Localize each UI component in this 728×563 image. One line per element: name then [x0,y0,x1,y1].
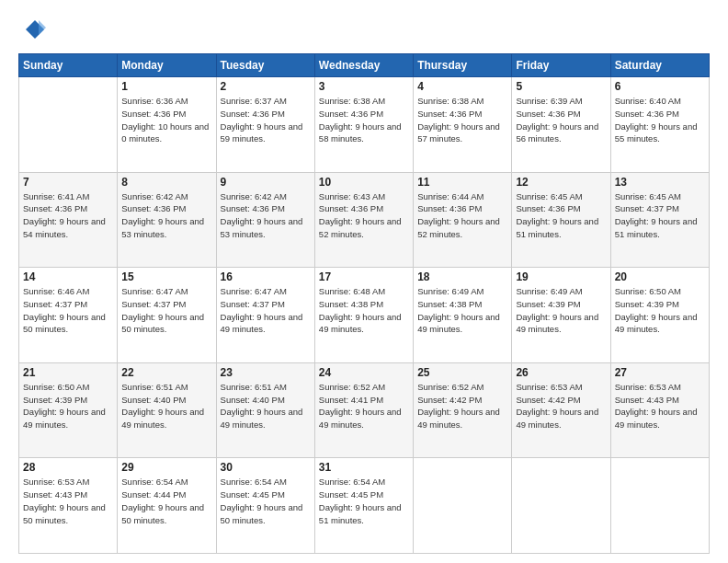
day-number: 27 [615,366,705,379]
day-number: 19 [516,270,606,283]
sunset-text: Sunset: 4:36 PM [615,108,705,121]
calendar-cell: 21Sunrise: 6:50 AMSunset: 4:39 PMDayligh… [19,362,118,458]
sunrise-text: Sunrise: 6:44 AM [417,190,507,203]
sunset-text: Sunset: 4:36 PM [319,108,409,121]
daylight-text: Daylight: 9 hours and 52 minutes. [319,215,409,241]
day-number: 6 [615,80,705,93]
sunrise-text: Sunrise: 6:49 AM [417,285,507,298]
day-info: Sunrise: 6:37 AMSunset: 4:36 PMDaylight:… [221,95,311,145]
sunset-text: Sunset: 4:37 PM [23,298,113,311]
day-number: 16 [221,270,311,283]
sunset-text: Sunset: 4:38 PM [319,298,409,311]
daylight-text: Daylight: 9 hours and 59 minutes. [221,121,311,146]
daylight-text: Daylight: 9 hours and 49 minutes. [319,311,409,337]
calendar-week-4: 28Sunrise: 6:53 AMSunset: 4:43 PMDayligh… [19,458,710,554]
logo-icon [18,17,46,44]
daylight-text: Daylight: 9 hours and 49 minutes. [319,406,409,431]
daylight-text: Daylight: 9 hours and 50 minutes. [121,501,211,527]
day-number: 8 [121,176,211,189]
calendar-cell: 5Sunrise: 6:39 AMSunset: 4:36 PMDaylight… [512,77,610,173]
calendar-cell: 11Sunrise: 6:44 AMSunset: 4:36 PMDayligh… [414,172,512,268]
calendar-table: SundayMondayTuesdayWednesdayThursdayFrid… [18,53,710,554]
day-info: Sunrise: 6:53 AMSunset: 4:43 PMDaylight:… [615,381,705,431]
sunset-text: Sunset: 4:36 PM [417,202,507,215]
sunset-text: Sunset: 4:37 PM [615,202,705,215]
calendar-cell: 22Sunrise: 6:51 AMSunset: 4:40 PMDayligh… [118,362,216,458]
day-info: Sunrise: 6:38 AMSunset: 4:36 PMDaylight:… [319,95,409,145]
svg-marker-1 [39,20,46,35]
day-info: Sunrise: 6:51 AMSunset: 4:40 PMDaylight:… [121,381,211,431]
day-info: Sunrise: 6:50 AMSunset: 4:39 PMDaylight:… [23,381,113,431]
daylight-text: Daylight: 9 hours and 49 minutes. [516,406,606,431]
calendar-cell: 17Sunrise: 6:48 AMSunset: 4:38 PMDayligh… [314,268,413,363]
daylight-text: Daylight: 9 hours and 57 minutes. [417,121,507,146]
calendar-week-2: 14Sunrise: 6:46 AMSunset: 4:37 PMDayligh… [19,268,710,363]
daylight-text: Daylight: 9 hours and 49 minutes. [516,311,606,337]
day-info: Sunrise: 6:47 AMSunset: 4:37 PMDaylight:… [221,285,311,336]
sunrise-text: Sunrise: 6:52 AM [417,381,507,394]
sunset-text: Sunset: 4:37 PM [221,298,311,311]
weekday-header-wednesday: Wednesday [314,54,413,77]
calendar-cell: 16Sunrise: 6:47 AMSunset: 4:37 PMDayligh… [216,268,314,363]
sunset-text: Sunset: 4:39 PM [23,394,113,407]
day-number: 26 [516,366,606,379]
sunrise-text: Sunrise: 6:37 AM [221,95,311,108]
sunrise-text: Sunrise: 6:50 AM [615,285,705,298]
calendar-cell [414,458,512,554]
sunset-text: Sunset: 4:43 PM [23,488,113,501]
daylight-text: Daylight: 9 hours and 56 minutes. [516,121,606,146]
day-number: 17 [319,270,409,283]
daylight-text: Daylight: 9 hours and 51 minutes. [516,215,606,241]
day-info: Sunrise: 6:51 AMSunset: 4:40 PMDaylight:… [221,381,311,431]
sunrise-text: Sunrise: 6:36 AM [121,95,211,108]
day-number: 14 [23,270,113,283]
day-info: Sunrise: 6:42 AMSunset: 4:36 PMDaylight:… [121,190,211,241]
calendar-cell: 10Sunrise: 6:43 AMSunset: 4:36 PMDayligh… [314,172,413,268]
calendar-cell: 13Sunrise: 6:45 AMSunset: 4:37 PMDayligh… [610,172,709,268]
sunset-text: Sunset: 4:44 PM [121,488,211,501]
weekday-header-monday: Monday [118,54,216,77]
sunset-text: Sunset: 4:39 PM [516,298,606,311]
weekday-header-sunday: Sunday [19,54,118,77]
calendar-cell: 7Sunrise: 6:41 AMSunset: 4:36 PMDaylight… [19,172,118,268]
logo [18,17,50,44]
sunrise-text: Sunrise: 6:54 AM [121,476,211,488]
calendar-cell: 19Sunrise: 6:49 AMSunset: 4:39 PMDayligh… [512,268,610,363]
sunset-text: Sunset: 4:40 PM [221,394,311,407]
day-info: Sunrise: 6:49 AMSunset: 4:38 PMDaylight:… [417,285,507,336]
day-number: 25 [417,366,507,379]
sunrise-text: Sunrise: 6:50 AM [23,381,113,394]
daylight-text: Daylight: 10 hours and 0 minutes. [121,121,211,146]
day-number: 18 [417,270,507,283]
calendar-cell: 15Sunrise: 6:47 AMSunset: 4:37 PMDayligh… [118,268,216,363]
day-info: Sunrise: 6:42 AMSunset: 4:36 PMDaylight:… [221,190,311,241]
sunset-text: Sunset: 4:36 PM [516,202,606,215]
sunrise-text: Sunrise: 6:45 AM [516,190,606,203]
daylight-text: Daylight: 9 hours and 50 minutes. [23,501,113,527]
sunset-text: Sunset: 4:36 PM [121,202,211,215]
day-number: 12 [516,176,606,189]
day-info: Sunrise: 6:46 AMSunset: 4:37 PMDaylight:… [23,285,113,336]
daylight-text: Daylight: 9 hours and 49 minutes. [417,311,507,337]
day-number: 7 [23,176,113,189]
daylight-text: Daylight: 9 hours and 53 minutes. [221,215,311,241]
sunset-text: Sunset: 4:42 PM [417,394,507,407]
daylight-text: Daylight: 9 hours and 50 minutes. [121,311,211,337]
sunrise-text: Sunrise: 6:52 AM [319,381,409,394]
sunset-text: Sunset: 4:36 PM [221,202,311,215]
sunset-text: Sunset: 4:36 PM [221,108,311,121]
day-number: 31 [319,461,409,474]
daylight-text: Daylight: 9 hours and 58 minutes. [319,121,409,146]
sunrise-text: Sunrise: 6:51 AM [221,381,311,394]
sunset-text: Sunset: 4:36 PM [121,108,211,121]
day-number: 3 [319,80,409,93]
sunrise-text: Sunrise: 6:54 AM [319,476,409,488]
day-info: Sunrise: 6:53 AMSunset: 4:43 PMDaylight:… [23,476,113,526]
sunrise-text: Sunrise: 6:51 AM [121,381,211,394]
sunset-text: Sunset: 4:36 PM [319,202,409,215]
calendar-cell: 14Sunrise: 6:46 AMSunset: 4:37 PMDayligh… [19,268,118,363]
day-number: 29 [121,461,211,474]
calendar-cell: 31Sunrise: 6:54 AMSunset: 4:45 PMDayligh… [314,458,413,554]
day-info: Sunrise: 6:54 AMSunset: 4:44 PMDaylight:… [121,476,211,526]
sunrise-text: Sunrise: 6:47 AM [121,285,211,298]
